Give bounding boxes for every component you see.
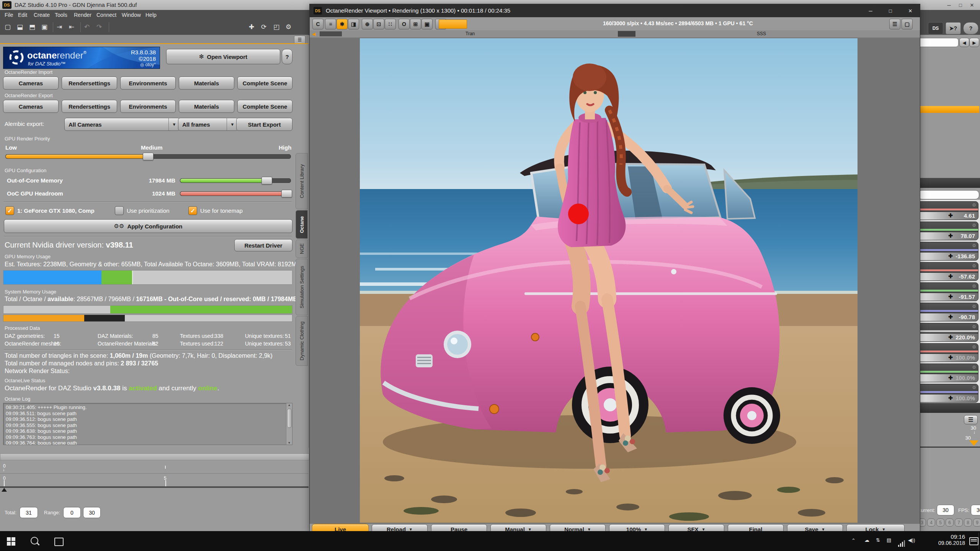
apply-configuration-button[interactable]: ⚙⚙ Apply Configuration	[4, 219, 292, 233]
tray-chevron-up-icon[interactable]: ⌃	[851, 538, 856, 543]
import-environments-button[interactable]: Environments	[120, 77, 176, 90]
timeline-playhead[interactable]	[2, 488, 7, 492]
timeline-range-end-input[interactable]: 30	[83, 507, 101, 518]
gpu-priority-slider[interactable]	[5, 154, 291, 159]
gear-icon[interactable]: ⚙	[972, 304, 976, 309]
show-desktop-button[interactable]	[978, 533, 979, 549]
quad-view-icon[interactable]: ◨	[348, 19, 359, 29]
ooc-headroom-slider[interactable]	[180, 191, 291, 196]
pane-splitter[interactable]	[0, 453, 309, 460]
daz-close-button[interactable]: ✕	[966, 1, 978, 9]
grid-overlay-icon[interactable]: ⊞	[410, 19, 421, 29]
gear-icon[interactable]: ⚙	[972, 202, 976, 208]
ooc-headroom-slider-thumb[interactable]	[281, 190, 292, 197]
node-tool-icon[interactable]: ✚	[249, 23, 254, 31]
gear-icon[interactable]: ⚙	[972, 344, 976, 350]
restart-driver-button[interactable]: Restart Driver	[234, 239, 292, 251]
redo-icon[interactable]: ↷	[96, 23, 102, 31]
tray-clock[interactable]: 09:16 09.06.2018	[928, 533, 965, 546]
octane-help-button[interactable]: ?	[282, 49, 292, 64]
refresh-icon[interactable]: C	[312, 19, 323, 29]
gpu-priority-slider-thumb[interactable]	[143, 153, 154, 160]
focus-region-icon[interactable]: ⊡	[373, 19, 384, 29]
render-queue-icon[interactable]: ≡	[325, 19, 336, 29]
taskbar-search-button[interactable]	[28, 534, 42, 549]
frame-button-7[interactable]: 7	[955, 518, 963, 527]
sidetab-content-library[interactable]: Content Library	[296, 153, 308, 209]
start-button[interactable]	[4, 534, 18, 549]
channel-back-icon[interactable]: ◀	[312, 31, 315, 37]
use-prioritization-checkbox[interactable]: ✓	[115, 206, 124, 215]
sidetab-simulation-settings[interactable]: Simulation Settings	[296, 259, 308, 315]
gear-icon[interactable]: ⚙	[972, 263, 976, 269]
ds-home-icon[interactable]: DS	[928, 22, 943, 34]
notification-center-icon[interactable]	[969, 537, 978, 545]
task-view-button[interactable]	[51, 534, 66, 549]
octane-log-box[interactable]: 08:30:21.405: +++++ Plugin running. 09:0…	[3, 403, 292, 445]
use-for-tonemap-checkbox[interactable]: ✓	[188, 206, 197, 215]
mini-playhead[interactable]	[969, 440, 978, 446]
import-icon[interactable]: ⇥	[57, 23, 62, 31]
octane-render-icon[interactable]: ✱	[336, 19, 348, 29]
import-complete-scene-button[interactable]: Complete Scene	[237, 77, 292, 90]
dock-slider-3[interactable]: ⚙ ✚-57.62	[917, 262, 978, 281]
alembic-frames-select[interactable]: All frames▼	[178, 118, 238, 131]
menu-window[interactable]: Window	[122, 12, 141, 18]
ooc-memory-slider-thumb[interactable]	[261, 177, 272, 184]
frame-button-4[interactable]: 4	[927, 518, 935, 527]
tray-cloud-icon[interactable]: ☁	[864, 537, 869, 543]
timeline-marker-arrow-icon[interactable]: ↓	[3, 467, 5, 472]
render-canvas[interactable]	[310, 37, 920, 523]
scroll-down-icon[interactable]: ▼	[286, 441, 292, 445]
dock-preset-select[interactable]	[916, 38, 959, 47]
gpu-device-checkbox[interactable]: ✓	[5, 206, 14, 215]
menu-file[interactable]: File	[5, 12, 13, 18]
daz-maximize-button[interactable]: □	[955, 1, 966, 9]
rotate-tool-icon[interactable]: ⟳	[261, 23, 266, 31]
gear-icon[interactable]: ⚙	[972, 284, 976, 289]
save-file-icon[interactable]: ▣	[41, 23, 47, 31]
import-materials-button[interactable]: Materials	[179, 77, 234, 90]
export-environments-button[interactable]: Environments	[120, 100, 176, 113]
import-rendersettings-button[interactable]: Rendersettings	[62, 77, 117, 90]
dock-search-input[interactable]	[918, 190, 979, 199]
menu-create[interactable]: Create	[34, 12, 50, 18]
import-cameras-button[interactable]: Cameras	[3, 77, 59, 90]
tray-volume-icon[interactable]: ◀))	[908, 537, 915, 543]
dock-slider-2[interactable]: ⚙ ✚-136.85	[917, 242, 978, 261]
scroll-up-icon[interactable]: ▲	[286, 403, 292, 407]
fps-input[interactable]: 30	[971, 505, 980, 515]
frame-button-9[interactable]: 9	[973, 518, 980, 527]
question-icon[interactable]: ?	[963, 22, 978, 34]
viewport-maximize-button[interactable]: □	[885, 7, 896, 15]
save-image-icon[interactable]: ▣	[421, 19, 433, 29]
dock-slider-4[interactable]: ⚙ ✚-91.57	[917, 282, 978, 301]
cursor-help-icon[interactable]: ➤?	[946, 22, 961, 34]
sidetab-nge[interactable]: NGE	[296, 240, 308, 258]
gear-icon[interactable]: ⚙	[972, 243, 976, 248]
dock-list-icon[interactable]: ☰	[964, 415, 978, 424]
dock-prev-button[interactable]: ◄	[959, 38, 969, 47]
tray-network-icon[interactable]	[898, 540, 905, 547]
menu-edit[interactable]: Edit	[18, 12, 27, 18]
export-icon[interactable]: ⇤	[69, 23, 74, 31]
export-complete-scene-button[interactable]: Complete Scene	[237, 100, 292, 113]
new-file-icon[interactable]: ▢	[5, 23, 11, 31]
menu-render[interactable]: Render	[74, 12, 91, 18]
picker-target-icon[interactable]: ⊕	[362, 19, 373, 29]
merge-file-icon[interactable]: ⬒	[29, 23, 35, 31]
export-rendersettings-button[interactable]: Rendersettings	[62, 100, 117, 113]
gear-icon[interactable]: ⚙	[972, 324, 976, 329]
sidetab-dynamic-clothing[interactable]: Dynamic Clothing	[296, 316, 308, 366]
channel-slider-thumb[interactable]	[618, 31, 635, 37]
alembic-cameras-select[interactable]: All Cameras▼	[64, 118, 180, 131]
log-scrollbar[interactable]: ▲ ▼	[286, 403, 292, 445]
settings-tool-icon[interactable]: ⚙	[286, 23, 291, 31]
channel-slider-left[interactable]	[320, 31, 342, 36]
dock-slider-9[interactable]: ⚙ ✚100.0%	[917, 384, 978, 403]
scale-tool-icon[interactable]: ◰	[273, 23, 279, 31]
timeline-total-input[interactable]: 31	[20, 507, 38, 518]
scrollbar-thumb[interactable]	[287, 409, 292, 428]
open-viewport-button[interactable]: ❇ Open Viewport	[166, 49, 280, 64]
gear-icon[interactable]: ⚙	[972, 365, 976, 370]
